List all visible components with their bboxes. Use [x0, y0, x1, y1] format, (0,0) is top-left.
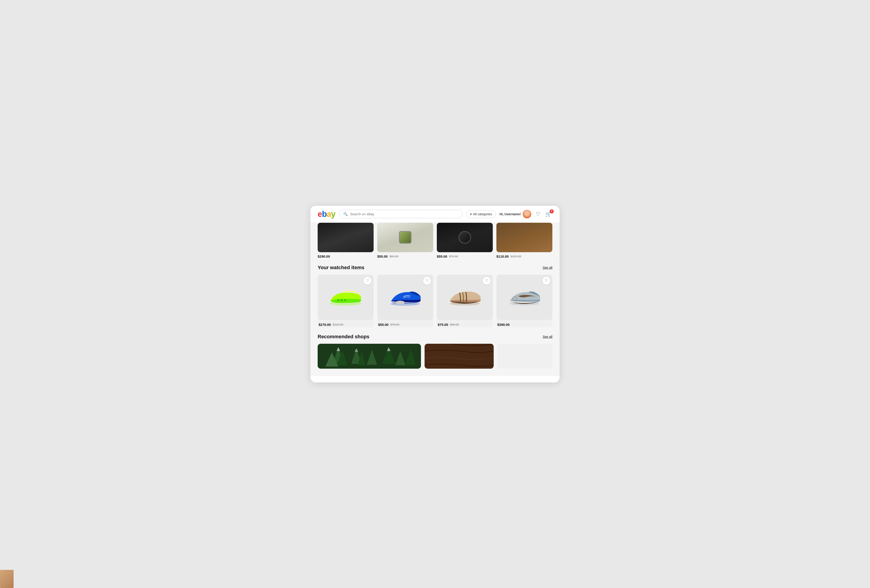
- logo-b: b: [322, 210, 327, 218]
- watched-item-info-2: $55.00 $70.00: [377, 320, 433, 327]
- watched-item-1[interactable]: ♡: [318, 275, 374, 327]
- search-bar[interactable]: 🔍: [339, 210, 463, 218]
- top-item-image-1: [318, 223, 374, 252]
- watched-item-image-3: ♡: [437, 275, 493, 320]
- watched-item-2[interactable]: ♡: [377, 275, 433, 327]
- shops-section-title: Recommended shops: [318, 334, 369, 339]
- top-item-image-4: [496, 223, 552, 252]
- shop-card-forest[interactable]: [318, 344, 421, 369]
- watched-grid: ♡: [318, 275, 552, 327]
- top-item-1[interactable]: $290.00: [318, 223, 374, 258]
- heart-icon: ♡: [536, 211, 540, 217]
- ebay-logo[interactable]: e b a y: [318, 210, 335, 218]
- watched-item-info-3: $75.00 $90.00: [437, 320, 493, 327]
- watched-original-3: $90.00: [450, 323, 459, 326]
- cart-badge: 9: [550, 209, 554, 213]
- price-current-2: $50.00: [377, 255, 388, 258]
- price-original-4: $120.00: [511, 255, 521, 258]
- watched-section-title: Your watched items: [318, 265, 364, 271]
- price-current-3: $55.00: [437, 255, 447, 258]
- svg-point-5: [396, 301, 405, 304]
- price-current-4: $110.00: [496, 255, 509, 258]
- watched-price-1: $270.00: [319, 323, 331, 326]
- watch3-shape: [459, 231, 471, 244]
- watched-item-3[interactable]: ♡: [437, 275, 493, 327]
- wishlist-btn-3[interactable]: ♡: [483, 277, 490, 284]
- logo-a: a: [327, 210, 331, 218]
- watch2-shape: [399, 231, 411, 244]
- category-dropdown[interactable]: ▾ All categories: [466, 210, 496, 218]
- category-label: All categories: [473, 212, 492, 216]
- watched-original-1: $310.00: [332, 323, 343, 326]
- greeting-text: Hi, Username!: [499, 212, 521, 216]
- top-item-image-3: [437, 223, 493, 252]
- shoe-svg-4: ✕: [507, 287, 542, 308]
- main-content: $290.00 $50.00 $66.00: [310, 223, 560, 376]
- shop-forest-bg: [318, 344, 421, 369]
- top-item-image-2: [377, 223, 433, 252]
- top-item-price-row-1: $290.00: [318, 255, 374, 258]
- top-item-2[interactable]: $50.00 $66.00: [377, 223, 433, 258]
- avatar[interactable]: [523, 210, 531, 219]
- search-input[interactable]: [350, 212, 458, 216]
- top-items-row: $290.00 $50.00 $66.00: [318, 223, 552, 258]
- watched-see-all[interactable]: See all: [542, 266, 552, 269]
- wishlist-btn-4[interactable]: ♡: [542, 277, 550, 284]
- top-item-price-row-3: $55.00 $70.00: [437, 255, 493, 258]
- shoe-svg-2: [388, 287, 423, 308]
- watched-item-info-1: $270.00 $310.00: [318, 320, 374, 327]
- browser-window: e b a y 🔍 ▾ All categories Hi, Username!…: [310, 206, 560, 383]
- watched-price-3: $75.00: [438, 323, 448, 326]
- watched-item-4[interactable]: ♡ ✕: [496, 275, 552, 327]
- wishlist-button[interactable]: ♡: [535, 210, 541, 218]
- logo-y: y: [331, 210, 335, 218]
- logo-e: e: [318, 210, 322, 218]
- chevron-down-icon: ▾: [470, 212, 472, 216]
- price-original-3: $70.00: [449, 255, 458, 258]
- watched-price-2: $55.00: [378, 323, 389, 326]
- top-item-price-row-2: $50.00 $66.00: [377, 255, 433, 258]
- watched-section-header: Your watched items See all: [318, 258, 552, 275]
- price-current-1: $290.00: [318, 255, 330, 258]
- svg-point-3: [344, 299, 346, 301]
- user-greeting-area[interactable]: Hi, Username!: [499, 210, 531, 219]
- shop-card-light[interactable]: [497, 344, 552, 369]
- shop-card-wood[interactable]: [425, 344, 493, 369]
- watched-item-image-4: ♡ ✕: [496, 275, 552, 320]
- wishlist-btn-2[interactable]: ♡: [423, 277, 431, 284]
- watched-item-info-4: $390.00: [496, 320, 552, 327]
- svg-point-2: [341, 299, 343, 301]
- watch2-placeholder: [377, 223, 433, 252]
- watched-price-4: $390.00: [497, 323, 509, 326]
- top-item-4[interactable]: $110.00 $120.00: [496, 223, 552, 258]
- shops-see-all[interactable]: See all: [542, 335, 552, 338]
- avatar-image: [523, 210, 531, 219]
- shops-section-header: Recommended shops See all: [318, 327, 552, 344]
- svg-point-1: [337, 299, 339, 301]
- watched-item-image-1: ♡: [318, 275, 374, 320]
- shoe-svg-1: [328, 287, 363, 308]
- top-item-price-row-4: $110.00 $120.00: [496, 255, 552, 258]
- price-original-2: $66.00: [389, 255, 399, 258]
- shop-wood-bg: [425, 344, 493, 369]
- watch4-shape: [496, 223, 552, 252]
- search-icon: 🔍: [343, 212, 348, 216]
- shoe-svg-3: [447, 287, 482, 308]
- shops-row: [318, 344, 552, 369]
- header: e b a y 🔍 ▾ All categories Hi, Username!…: [310, 206, 560, 223]
- svg-text:✕: ✕: [514, 298, 515, 300]
- wishlist-btn-1[interactable]: ♡: [363, 277, 371, 284]
- watched-item-image-2: ♡: [377, 275, 433, 320]
- top-item-3[interactable]: $55.00 $70.00: [437, 223, 493, 258]
- header-actions: ♡ 🛒 9: [535, 210, 552, 218]
- watch3-placeholder: [437, 223, 493, 252]
- cart-button[interactable]: 🛒 9: [544, 210, 552, 218]
- watched-original-2: $70.00: [390, 323, 399, 326]
